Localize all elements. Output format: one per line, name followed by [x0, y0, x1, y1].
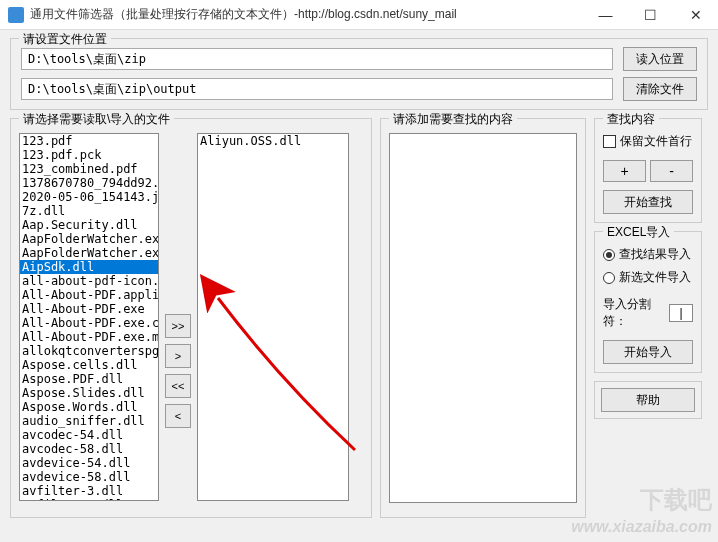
help-panel: 帮助 [594, 381, 702, 419]
list-item[interactable]: Aap.Security.dll [20, 218, 158, 232]
list-item[interactable]: 2020-05-06_154143.j [20, 190, 158, 204]
import-results-label: 查找结果导入 [619, 246, 691, 263]
close-button[interactable]: ✕ [673, 0, 718, 30]
move-left-button[interactable]: < [165, 404, 191, 428]
source-file-list[interactable]: 123.pdf123.pdf.pck123_combined.pdf137867… [19, 133, 159, 501]
remove-button[interactable]: - [650, 160, 693, 182]
import-new-files-radio[interactable] [603, 272, 615, 284]
split-label: 导入分割符： [603, 296, 665, 330]
files-fieldset: 请选择需要读取\导入的文件 123.pdf123.pdf.pck123_comb… [10, 118, 372, 518]
search-content-fieldset: 请添加需要查找的内容 [380, 118, 586, 518]
files-legend: 请选择需要读取\导入的文件 [19, 111, 174, 128]
keep-first-line-checkbox[interactable] [603, 135, 616, 148]
excel-panel: EXCEL导入 查找结果导入 新选文件导入 导入分割符： 开始导入 [594, 231, 702, 373]
list-item[interactable]: AapFolderWatcher.ex [20, 232, 158, 246]
list-item[interactable]: Aspose.PDF.dll [20, 372, 158, 386]
list-item[interactable]: avdevice-58.dll [20, 470, 158, 484]
list-item[interactable]: avfilter-7.dll [20, 498, 158, 501]
move-all-right-button[interactable]: >> [165, 314, 191, 338]
add-button[interactable]: + [603, 160, 646, 182]
help-button[interactable]: 帮助 [601, 388, 695, 412]
read-location-button[interactable]: 读入位置 [623, 47, 697, 71]
excel-legend: EXCEL导入 [603, 224, 674, 241]
titlebar: 通用文件筛选器（批量处理按行存储的文本文件）-http://blog.csdn.… [0, 0, 718, 30]
list-item[interactable]: 7z.dll [20, 204, 158, 218]
list-item[interactable]: Aspose.Words.dll [20, 400, 158, 414]
list-item[interactable]: All-About-PDF.exe.c [20, 316, 158, 330]
list-item[interactable]: All-About-PDF.exe [20, 302, 158, 316]
search-content-textarea[interactable] [389, 133, 577, 503]
list-item[interactable]: Aspose.cells.dll [20, 358, 158, 372]
start-find-button[interactable]: 开始查找 [603, 190, 693, 214]
list-item[interactable]: AipSdk.dll [20, 260, 158, 274]
selected-file-list[interactable]: Aliyun.OSS.dll [197, 133, 349, 501]
list-item[interactable]: all-about-pdf-icon. [20, 274, 158, 288]
import-results-radio[interactable] [603, 249, 615, 261]
clear-files-button[interactable]: 清除文件 [623, 77, 697, 101]
path-legend: 请设置文件位置 [19, 31, 111, 48]
list-item[interactable]: 123_combined.pdf [20, 162, 158, 176]
list-item[interactable]: 123.pdf [20, 134, 158, 148]
list-item[interactable]: AapFolderWatcher.ex [20, 246, 158, 260]
app-icon [8, 7, 24, 23]
start-import-button[interactable]: 开始导入 [603, 340, 693, 364]
list-item[interactable]: All-About-PDF.appli [20, 288, 158, 302]
list-item[interactable]: All-About-PDF.exe.m [20, 330, 158, 344]
list-item[interactable]: avfilter-3.dll [20, 484, 158, 498]
find-legend: 查找内容 [603, 111, 659, 128]
move-all-left-button[interactable]: << [165, 374, 191, 398]
list-item[interactable]: audio_sniffer.dll [20, 414, 158, 428]
input-path-field[interactable] [21, 48, 613, 70]
find-panel: 查找内容 保留文件首行 + - 开始查找 [594, 118, 702, 223]
list-item[interactable]: 123.pdf.pck [20, 148, 158, 162]
window-title: 通用文件筛选器（批量处理按行存储的文本文件）-http://blog.csdn.… [30, 6, 583, 23]
move-right-button[interactable]: > [165, 344, 191, 368]
list-item[interactable]: avcodec-58.dll [20, 442, 158, 456]
list-item[interactable]: allokqtconverterspg [20, 344, 158, 358]
list-item[interactable]: Aspose.Slides.dll [20, 386, 158, 400]
output-path-field[interactable] [21, 78, 613, 100]
list-item[interactable]: avdevice-54.dll [20, 456, 158, 470]
keep-first-line-label: 保留文件首行 [620, 133, 692, 150]
import-new-files-label: 新选文件导入 [619, 269, 691, 286]
split-char-input[interactable] [669, 304, 693, 322]
list-item[interactable]: avcodec-54.dll [20, 428, 158, 442]
minimize-button[interactable]: — [583, 0, 628, 30]
path-fieldset: 请设置文件位置 读入位置 清除文件 [10, 38, 708, 110]
list-item[interactable]: Aliyun.OSS.dll [198, 134, 348, 148]
list-item[interactable]: 1378670780_794dd92. [20, 176, 158, 190]
search-legend: 请添加需要查找的内容 [389, 111, 517, 128]
maximize-button[interactable]: ☐ [628, 0, 673, 30]
